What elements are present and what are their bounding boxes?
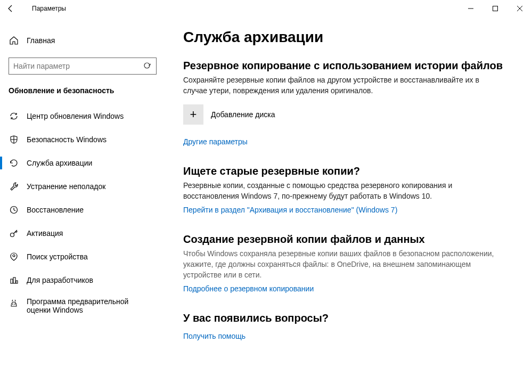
sidebar-item-label: Программа предварительной оценки Windows	[27, 297, 154, 314]
svg-point-7	[11, 233, 14, 237]
key-icon	[9, 228, 19, 238]
shield-icon	[9, 135, 19, 144]
section-heading: Резервное копирование с использованием и…	[183, 60, 519, 72]
sidebar: Главная Обновление и безопасность Центр …	[0, 17, 170, 392]
section-heading: Создание резервной копии файлов и данных	[183, 233, 519, 246]
section-questions: У вас появились вопросы? Получить помощь	[183, 312, 519, 346]
find-device-icon	[9, 252, 19, 262]
wrench-icon	[9, 182, 19, 191]
sidebar-item-label: Для разработчиков	[27, 276, 93, 284]
sidebar-item-label: Поиск устройства	[27, 252, 88, 261]
sidebar-category: Обновление и безопасность	[9, 86, 170, 95]
sidebar-item-windows-update[interactable]: Центр обновления Windows	[0, 104, 170, 128]
back-button[interactable]	[6, 4, 23, 13]
sidebar-item-windows-security[interactable]: Безопасность Windows	[0, 128, 170, 151]
svg-rect-1	[493, 6, 498, 11]
sidebar-item-find-device[interactable]: Поиск устройства	[0, 245, 170, 268]
close-button[interactable]	[508, 0, 532, 17]
maximize-button[interactable]	[483, 0, 508, 17]
search-input[interactable]	[13, 62, 143, 70]
sidebar-item-label: Центр обновления Windows	[27, 112, 124, 120]
add-disk-label: Добавление диска	[211, 110, 275, 119]
minimize-button[interactable]	[459, 0, 483, 17]
sidebar-item-label: Активация	[27, 229, 63, 238]
search-box[interactable]	[9, 58, 157, 75]
sidebar-item-label: Безопасность Windows	[27, 135, 107, 144]
more-options-link[interactable]: Другие параметры	[183, 137, 248, 146]
section-body: Сохраняйте резервные копии файлов на дру…	[183, 75, 503, 96]
svg-point-12	[12, 304, 13, 305]
titlebar: Параметры	[0, 0, 532, 17]
section-file-history: Резервное копирование с использованием и…	[183, 60, 519, 151]
section-backup-files: Создание резервной копии файлов и данных…	[183, 233, 519, 298]
window-title: Параметры	[32, 5, 66, 12]
insider-icon	[9, 298, 19, 308]
sidebar-item-backup[interactable]: Служба архивации	[0, 151, 170, 175]
home-link[interactable]: Главная	[9, 30, 170, 51]
home-label: Главная	[27, 36, 55, 45]
svg-point-8	[13, 255, 15, 257]
sidebar-item-recovery[interactable]: Восстановление	[0, 198, 170, 222]
section-old-backups: Ищете старые резервные копии? Резервные …	[183, 165, 519, 219]
main-content: Служба архивации Резервное копирование с…	[170, 17, 532, 392]
backup-icon	[9, 158, 19, 168]
window-controls	[459, 0, 532, 17]
recovery-icon	[9, 205, 19, 215]
plus-icon: +	[183, 104, 203, 125]
sidebar-item-insider[interactable]: Программа предварительной оценки Windows	[0, 292, 170, 320]
section-body: Резервные копии, созданные с помощью сре…	[183, 181, 503, 201]
svg-rect-11	[16, 281, 18, 283]
sidebar-item-activation[interactable]: Активация	[0, 222, 170, 245]
get-help-link[interactable]: Получить помощь	[183, 332, 245, 340]
section-heading: У вас появились вопросы?	[183, 312, 519, 324]
svg-point-13	[14, 304, 15, 305]
section-heading: Ищете старые резервные копии?	[183, 165, 519, 177]
developer-icon	[9, 275, 19, 285]
section-body: Чтобы Windows сохраняла резервные копии …	[183, 249, 503, 280]
win7-backup-link[interactable]: Перейти в раздел "Архивация и восстановл…	[183, 206, 397, 214]
svg-rect-9	[11, 279, 13, 283]
sidebar-item-developers[interactable]: Для разработчиков	[0, 268, 170, 292]
home-icon	[9, 36, 19, 45]
sidebar-item-label: Устранение неполадок	[27, 182, 105, 191]
add-disk-button[interactable]: + Добавление диска	[183, 104, 519, 125]
sync-icon	[9, 111, 19, 121]
learn-more-link[interactable]: Подробнее о резервном копировании	[183, 284, 314, 293]
svg-rect-10	[13, 277, 15, 283]
sidebar-item-label: Служба архивации	[27, 159, 92, 167]
page-title: Служба архивации	[183, 29, 519, 46]
sidebar-item-troubleshoot[interactable]: Устранение неполадок	[0, 175, 170, 198]
search-icon	[143, 62, 152, 70]
sidebar-item-label: Восстановление	[27, 206, 84, 214]
